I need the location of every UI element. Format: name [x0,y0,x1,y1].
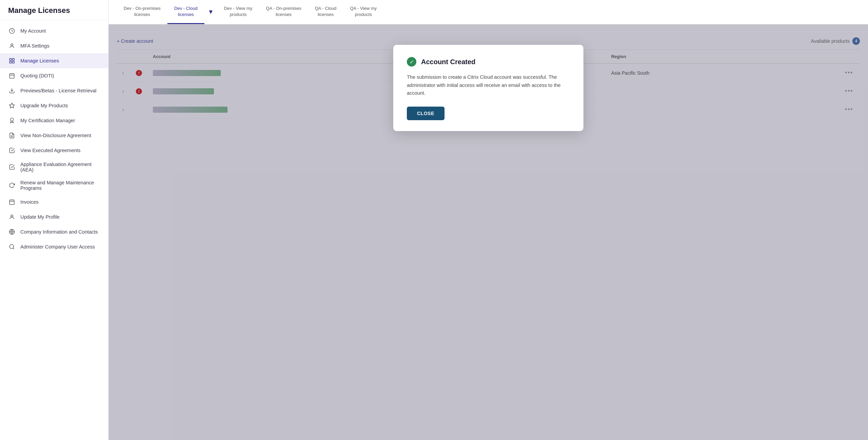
calendar-icon [8,72,16,79]
sidebar-item-mfa-label: MFA Settings [20,43,49,49]
tab-dev-view-products[interactable]: Dev - View my products [217,0,259,24]
sidebar-item-company-info-label: Company Information and Contacts [20,229,98,235]
calendar-grid-icon [8,198,16,206]
tabs-bar: Dev - On-premises licenses Dev - Cloud l… [109,0,868,24]
clock-icon [8,27,16,35]
sidebar-item-manage-licenses[interactable]: Manage Licenses [0,53,108,68]
svg-marker-11 [10,103,15,108]
sidebar-item-admin-access[interactable]: Administer Company User Access [0,239,108,254]
main-content: Dev - On-premises licenses Dev - Cloud l… [109,0,868,440]
grid-icon [8,57,16,65]
content-inner: + Create account Available products 4 Ac… [109,24,868,440]
sidebar-item-admin-access-label: Administer Company User Access [20,244,95,250]
sidebar-item-upgrade-label: Upgrade My Products [20,103,68,108]
sidebar-item-profile[interactable]: Update My Profile [0,209,108,224]
sidebar-item-executed-agreements[interactable]: View Executed Agreements [0,143,108,158]
sidebar-item-my-account-label: My Account [20,28,46,34]
close-button[interactable]: CLOSE [407,107,445,120]
globe-icon [8,228,16,236]
sidebar-item-company-info[interactable]: Company Information and Contacts [0,224,108,239]
success-icon: ✓ [407,57,416,67]
svg-rect-15 [10,200,14,205]
check-document-icon [8,147,16,154]
sidebar-item-renew[interactable]: Renew and Manage Maintenance Programs [0,176,108,195]
modal-body: The submission to create a Citrix Cloud … [407,73,570,97]
sidebar-item-profile-label: Update My Profile [20,214,59,220]
sidebar-item-previews-label: Previews/Betas - License Retrieval [20,88,96,93]
svg-rect-6 [10,74,14,78]
account-created-modal: ✓ Account Created The submission to crea… [393,45,583,131]
sidebar-item-nda-label: View Non-Disclosure Agreement [20,133,91,138]
sidebar-item-mfa-settings[interactable]: MFA Settings [0,38,108,53]
svg-point-12 [11,118,14,121]
sidebar-item-certification[interactable]: My Certification Manager [0,113,108,128]
sidebar-item-manage-licenses-label: Manage Licenses [20,58,59,63]
modal-overlay: ✓ Account Created The submission to crea… [109,24,868,440]
sidebar-item-quoting-label: Quoting (DOTI) [20,73,54,78]
sidebar-item-invoices-label: Invoices [20,199,38,205]
svg-point-22 [10,244,14,249]
sidebar-item-upgrade[interactable]: Upgrade My Products [0,98,108,113]
sidebar: Manage Licenses My Account MFA Settings … [0,0,109,440]
user-icon [8,42,16,50]
svg-line-23 [13,248,14,249]
content-area: + Create account Available products 4 Ac… [109,24,868,440]
refresh-icon [8,182,16,189]
svg-rect-2 [10,58,11,60]
sidebar-title: Manage Licenses [8,6,100,15]
sidebar-item-nda[interactable]: View Non-Disclosure Agreement [0,128,108,143]
search-icon [8,243,16,251]
sidebar-header: Manage Licenses [0,0,108,20]
tab-dev-on-premises[interactable]: Dev - On-premises licenses [117,0,167,24]
star-icon [8,102,16,109]
download-icon [8,87,16,94]
svg-rect-4 [10,61,11,63]
check-doc-icon [8,163,16,171]
sidebar-item-my-account[interactable]: My Account [0,23,108,38]
tab-qa-on-premises[interactable]: QA - On-premises licenses [259,0,308,24]
profile-user-icon [8,213,16,221]
tab-qa-cloud[interactable]: QA - Cloud licenses [308,0,343,24]
sidebar-item-aea[interactable]: Appliance Evaluation Agreement (AEA) [0,158,108,176]
document-icon [8,132,16,139]
badge-icon [8,117,16,124]
modal-header: ✓ Account Created [407,57,570,67]
sidebar-item-aea-label: Appliance Evaluation Agreement (AEA) [20,162,100,172]
modal-title: Account Created [421,58,475,66]
sidebar-item-executed-label: View Executed Agreements [20,148,80,153]
svg-rect-5 [13,61,14,63]
sidebar-item-certification-label: My Certification Manager [20,118,75,123]
tab-arrow: ▼ [204,8,217,16]
svg-point-1 [11,44,13,46]
sidebar-item-renew-label: Renew and Manage Maintenance Programs [20,180,100,191]
sidebar-item-previews[interactable]: Previews/Betas - License Retrieval [0,83,108,98]
tab-qa-view-products[interactable]: QA - View my products [343,0,384,24]
sidebar-nav: My Account MFA Settings Manage Licenses … [0,20,108,258]
sidebar-item-quoting[interactable]: Quoting (DOTI) [0,68,108,83]
sidebar-item-invoices[interactable]: Invoices [0,195,108,209]
tab-dev-cloud[interactable]: Dev - Cloud licenses [167,0,204,24]
svg-rect-3 [13,58,14,60]
svg-point-19 [11,215,13,217]
